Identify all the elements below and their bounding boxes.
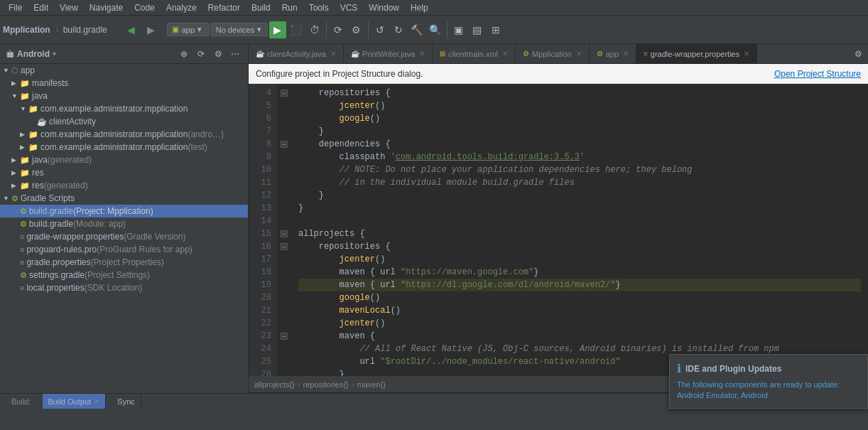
run-button[interactable]: ▶ bbox=[269, 21, 286, 38]
tree-item-res-gen[interactable]: ▶ 📁 res (generated) bbox=[0, 179, 248, 192]
undo-button[interactable]: ↺ bbox=[371, 21, 389, 38]
tree-item-app[interactable]: ▼ ⬡ app bbox=[0, 64, 248, 77]
tab-gradle-wrapper-label: gradle-wrapper.properties bbox=[651, 50, 739, 58]
tree-item-proguard[interactable]: ≡ proguard-rules.pro (ProGuard Rules for… bbox=[0, 243, 248, 256]
devices-selector[interactable]: No devices ▾ bbox=[211, 23, 268, 36]
menu-navigate[interactable]: Navigate bbox=[84, 1, 129, 14]
tab-clientmain-label: clientmain.xml bbox=[448, 50, 498, 58]
debug-button[interactable]: ⬛ bbox=[288, 21, 305, 38]
line-numbers: 4 5 6 7 8 9 10 11 12 13 14 15 16 17 18 1… bbox=[249, 84, 277, 376]
menu-window[interactable]: Window bbox=[363, 1, 405, 14]
tree-item-settings-gradle[interactable]: ⚙ settings.gradle (Project Settings) bbox=[0, 269, 248, 281]
code-gutter: − − − − bbox=[277, 84, 291, 376]
gradle-button[interactable]: ⚙ bbox=[348, 21, 365, 38]
sidebar-more-icon[interactable]: ⋯ bbox=[228, 47, 242, 61]
fold-btn-15[interactable]: − bbox=[281, 230, 288, 237]
notif-update-link[interactable]: update bbox=[814, 380, 838, 389]
menu-code[interactable]: Code bbox=[129, 1, 161, 14]
search-button[interactable]: 🔍 bbox=[427, 21, 444, 38]
tree-item-gradle-props[interactable]: ≡ gradle.properties (Project Properties) bbox=[0, 256, 248, 269]
tab-clientactivity-close[interactable]: ✕ bbox=[330, 50, 336, 58]
fold-btn-23[interactable]: − bbox=[281, 333, 288, 340]
clientactivity-icon: ☕ bbox=[37, 117, 47, 127]
tree-item-build-gradle-proj[interactable]: ⚙ build.gradle (Project: Mpplication) bbox=[0, 205, 248, 217]
res-folder-icon: 📁 bbox=[20, 168, 30, 178]
tab-settings-icon[interactable]: ⚙ bbox=[851, 47, 865, 61]
tree-item-local-props[interactable]: ≡ local.properties (SDK Location) bbox=[0, 281, 248, 294]
sync-button[interactable]: ⟳ bbox=[330, 21, 347, 38]
menu-vcs[interactable]: VCS bbox=[335, 1, 364, 14]
tab-printwriter[interactable]: ☕ PrintWriter.java ✕ bbox=[344, 44, 433, 63]
sidebar-add-icon[interactable]: ⊕ bbox=[177, 47, 191, 61]
fold-btn-4[interactable]: − bbox=[281, 90, 288, 97]
tree-item-java-gen[interactable]: ▶ 📁 java (generated) bbox=[0, 154, 248, 166]
code-line-4: repositories { bbox=[298, 87, 861, 100]
menu-file[interactable]: File bbox=[3, 1, 28, 14]
fold-btn-16[interactable]: − bbox=[281, 243, 288, 250]
build-button[interactable]: 🔨 bbox=[408, 21, 425, 38]
tree-label-javagen: java bbox=[32, 155, 48, 165]
tab-app-close[interactable]: ✕ bbox=[623, 50, 629, 58]
tree-item-gradle-wrapper[interactable]: ≡ gradle-wrapper.properties (Gradle Vers… bbox=[0, 230, 248, 243]
tab-printwriter-label: PrintWriter.java bbox=[362, 50, 415, 58]
tree-item-res[interactable]: ▶ 📁 res bbox=[0, 166, 248, 179]
tree-item-build-gradle-mod[interactable]: ⚙ build.gradle (Module: app) bbox=[0, 217, 248, 230]
tree-suffix-resgen: (generated) bbox=[44, 181, 88, 190]
breadcrumb-item-2[interactable]: maven{} bbox=[357, 380, 385, 389]
android-icon: 🤖 bbox=[6, 50, 14, 58]
tab-clientmain[interactable]: ⊞ clientmain.xml ✕ bbox=[433, 44, 516, 63]
layout-btn1[interactable]: ▣ bbox=[450, 21, 467, 38]
tree-label-gradle-wrapper: gradle-wrapper.properties bbox=[26, 232, 124, 242]
layout-btn3[interactable]: ⊞ bbox=[487, 21, 504, 38]
back-navigation-icon[interactable]: ◀ bbox=[123, 21, 140, 38]
menu-edit[interactable]: Edit bbox=[28, 1, 54, 14]
menu-refactor[interactable]: Refactor bbox=[202, 1, 246, 14]
sidebar-sync-icon[interactable]: ⟳ bbox=[194, 47, 208, 61]
status-tab-build-output[interactable]: Build Output ✕ bbox=[43, 394, 107, 409]
breadcrumb-item-1[interactable]: repositories{} bbox=[303, 380, 349, 389]
profile-button[interactable]: ⏱ bbox=[306, 21, 323, 38]
code-text-12: } bbox=[298, 189, 861, 202]
menu-tools[interactable]: Tools bbox=[303, 1, 335, 14]
tab-app[interactable]: ⚙ app ✕ bbox=[590, 44, 636, 63]
tree-item-com2[interactable]: ▶ 📁 com.example.administrator.mpplicatio… bbox=[0, 128, 248, 141]
tree-item-com3[interactable]: ▶ 📁 com.example.administrator.mpplicatio… bbox=[0, 141, 248, 154]
code-text-20: google() bbox=[298, 291, 861, 304]
tree-item-clientactivity[interactable]: ☕ clientActivity bbox=[0, 115, 248, 128]
breadcrumb-item-0[interactable]: allprojects{} bbox=[254, 380, 295, 389]
notif-title: IDE and Plugin Updates bbox=[685, 364, 781, 374]
redo-button[interactable]: ↻ bbox=[390, 21, 407, 38]
fold-btn-8[interactable]: − bbox=[281, 141, 288, 148]
tab-mpplication-close[interactable]: ✕ bbox=[576, 50, 582, 58]
tree-item-com1[interactable]: ▼ 📁 com.example.administrator.mpplicatio… bbox=[0, 102, 248, 115]
tab-mpplication[interactable]: ⚙ Mpplication ✕ bbox=[516, 44, 590, 63]
open-project-structure-link[interactable]: Open Project Structure bbox=[774, 69, 861, 79]
tab-gradle-wrapper[interactable]: ≡ gradle-wrapper.properties ✕ bbox=[636, 44, 757, 63]
menu-build[interactable]: Build bbox=[246, 1, 276, 14]
forward-navigation-icon[interactable]: ▶ bbox=[143, 21, 160, 38]
status-tab-sync[interactable]: Sync bbox=[112, 394, 141, 409]
code-text-16: repositories { bbox=[298, 240, 861, 253]
tree-item-java[interactable]: ▼ 📁 java bbox=[0, 90, 248, 102]
tab-clientmain-close[interactable]: ✕ bbox=[502, 50, 508, 58]
android-dropdown[interactable]: ▾ bbox=[53, 50, 56, 58]
menu-help[interactable]: Help bbox=[405, 1, 434, 14]
layout-btn2[interactable]: ▤ bbox=[469, 21, 486, 38]
app-selector[interactable]: ▣ app ▾ bbox=[167, 23, 210, 36]
tab-gradle-wrapper-close[interactable]: ✕ bbox=[744, 50, 749, 58]
status-build-output-close[interactable]: ✕ bbox=[94, 397, 99, 405]
tab-gradle-wrapper-icon: ≡ bbox=[644, 50, 648, 58]
tree-item-manifests[interactable]: ▶ 📁 manifests bbox=[0, 77, 248, 90]
tab-app-label: app bbox=[606, 50, 619, 58]
code-text-22: jcenter() bbox=[298, 317, 861, 330]
code-content[interactable]: repositories { jcenter() google() } bbox=[291, 84, 868, 376]
tab-printwriter-close[interactable]: ✕ bbox=[419, 50, 425, 58]
menu-run[interactable]: Run bbox=[276, 1, 303, 14]
sidebar-settings-icon[interactable]: ⚙ bbox=[211, 47, 225, 61]
tree-item-gradle-scripts[interactable]: ▼ ⚙ Gradle Scripts bbox=[0, 192, 248, 205]
tree-suffix-gradle-props: (Project Properties) bbox=[90, 257, 163, 267]
menu-view[interactable]: View bbox=[54, 1, 84, 14]
tree-arrow-gradle: ▼ bbox=[3, 195, 11, 202]
tab-clientactivity[interactable]: ☕ clientActivity.java ✕ bbox=[249, 44, 344, 63]
menu-analyze[interactable]: Analyze bbox=[161, 1, 202, 14]
